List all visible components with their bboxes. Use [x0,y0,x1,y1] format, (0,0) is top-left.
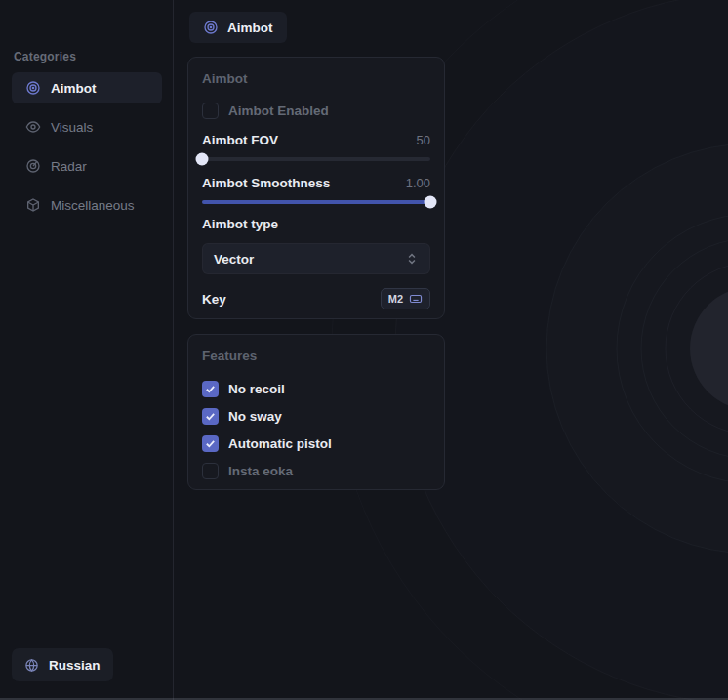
panel-title: Features [202,349,430,365]
aimbot-type-label: Aimbot type [202,217,430,233]
tab-aimbot[interactable]: Aimbot [189,12,287,43]
sidebar-item-label: Visuals [51,120,93,135]
aimbot-panel: Aimbot Aimbot Enabled Aimbot FOV 50 Aimb… [187,57,445,319]
fov-slider[interactable] [202,152,430,165]
sidebar-item-label: Radar [51,159,87,174]
feature-row-automatic-pistol[interactable]: Automatic pistol [202,434,430,452]
sidebar: Categories Aimbot Visuals Radar Miscella… [0,0,174,700]
language-button[interactable]: Russian [12,648,113,681]
categories-label: Categories [14,50,76,63]
keybind-button[interactable]: M2 [381,288,430,309]
cube-icon [25,197,41,213]
feature-row-no-sway[interactable]: No sway [202,407,430,425]
category-nav: Aimbot Visuals Radar Miscellaneous [12,72,162,228]
feature-row-no-recoil[interactable]: No recoil [202,380,430,397]
aimbot-enabled-row[interactable]: Aimbot Enabled [202,102,430,119]
checkbox-label: No sway [228,409,282,424]
insta-eoka-checkbox[interactable] [202,463,219,479]
eye-icon [25,119,41,135]
sidebar-item-visuals[interactable]: Visuals [12,111,162,143]
sidebar-item-label: Miscellaneous [51,198,135,213]
sidebar-item-aimbot[interactable]: Aimbot [12,72,162,103]
smoothness-slider-thumb[interactable] [425,195,437,208]
tab-label: Aimbot [227,21,273,35]
radar-icon [25,158,41,174]
fov-slider-track[interactable] [202,157,430,161]
fov-slider-thumb[interactable] [196,152,209,165]
key-label: Key [202,292,226,307]
globe-icon [24,658,39,673]
select-value: Vector [214,252,254,267]
aimbot-type-select[interactable]: Vector [202,243,430,274]
checkbox-label: Automatic pistol [228,436,332,451]
features-panel: Features No recoil No sway Automatic pis… [187,334,445,490]
keybind-value: M2 [388,293,403,305]
fov-header: Aimbot FOV 50 [202,132,430,148]
smoothness-header: Aimbot Smoothness 1.00 [202,175,430,191]
sidebar-item-radar[interactable]: Radar [12,150,162,182]
panel-title: Aimbot [202,71,430,88]
keyboard-icon [409,292,423,306]
language-button-label: Russian [49,658,101,673]
keybind-row: Key M2 [202,288,430,309]
sidebar-item-label: Aimbot [51,81,97,96]
smoothness-slider[interactable] [202,195,430,208]
chevron-up-down-icon [405,252,419,266]
checkbox-label: Aimbot Enabled [228,103,329,118]
target-icon [25,80,41,96]
fov-label: Aimbot FOV [202,133,278,147]
sidebar-item-miscellaneous[interactable]: Miscellaneous [12,189,162,221]
aimbot-enabled-checkbox[interactable] [202,103,219,119]
no-recoil-checkbox[interactable] [202,381,219,397]
feature-row-insta-eoka[interactable]: Insta eoka [202,462,430,479]
smoothness-slider-track[interactable] [202,200,430,204]
no-sway-checkbox[interactable] [202,408,219,425]
smoothness-value: 1.00 [406,176,430,190]
checkbox-label: Insta eoka [228,464,293,478]
smoothness-label: Aimbot Smoothness [202,176,330,190]
target-icon [203,20,219,35]
fov-value: 50 [417,133,430,147]
checkbox-label: No recoil [228,382,285,396]
features-list: No recoil No sway Automatic pistol Insta… [202,380,430,479]
automatic-pistol-checkbox[interactable] [202,435,219,452]
